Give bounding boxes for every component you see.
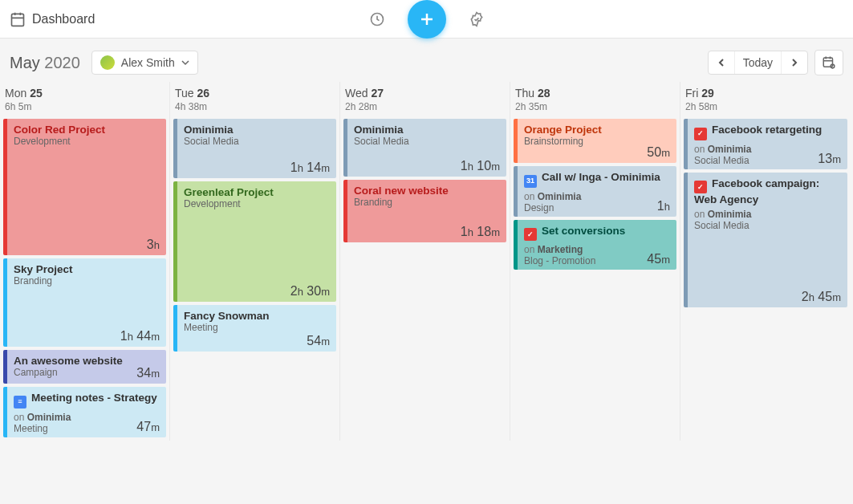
- day-name-label: Thu 28: [515, 87, 675, 100]
- time-entry-card[interactable]: Coral new website Branding 1h 18m: [343, 180, 506, 242]
- chevron-left-icon: [717, 58, 726, 67]
- header-title-group[interactable]: Dashboard: [10, 11, 95, 27]
- day-name-label: Mon 25: [5, 87, 165, 100]
- approve-button[interactable]: [462, 5, 491, 34]
- recent-button[interactable]: [363, 5, 392, 34]
- day-body: Ominimia Social Media 1h 10m Coral new w…: [340, 116, 510, 246]
- header-center-controls: [363, 0, 491, 39]
- card-duration: 13m: [818, 152, 841, 166]
- day-column: Wed 27 2h 28m Ominimia Social Media 1h 1…: [340, 82, 510, 441]
- card-duration: 1h 44m: [120, 329, 160, 343]
- app-icon: ✓: [694, 181, 707, 193]
- card-category: Design: [524, 202, 670, 213]
- day-header: Wed 27 2h 28m: [340, 82, 510, 116]
- day-header: Mon 25 6h 5m: [0, 82, 169, 116]
- calendar-settings-button[interactable]: [814, 50, 843, 75]
- next-week-button[interactable]: [782, 51, 807, 74]
- card-title: Color Red Project: [14, 124, 160, 136]
- time-entry-card[interactable]: Orange Project Brainstorming 50m: [514, 119, 676, 163]
- card-title: Fancy Snowman: [184, 310, 330, 322]
- month-year: 2020: [44, 54, 80, 71]
- app-icon: 31: [524, 175, 537, 188]
- card-subtitle: Meeting: [184, 322, 330, 333]
- day-total-label: 6h 5m: [5, 101, 165, 112]
- subheader: May 2020 Alex Smith Today: [0, 39, 853, 82]
- user-selector[interactable]: Alex Smith: [91, 51, 198, 75]
- avatar-icon: [100, 55, 115, 70]
- card-duration: 34m: [136, 366, 160, 380]
- badge-check-icon: [469, 11, 485, 27]
- card-project: on Ominimia: [694, 209, 841, 220]
- card-title: Coral new website: [354, 185, 500, 197]
- card-category: Social Media: [694, 220, 841, 231]
- card-title: ≡Meeting notes - Strategy: [14, 392, 160, 408]
- page-title: Dashboard: [32, 12, 95, 26]
- card-title: Greenleaf Project: [184, 186, 330, 198]
- time-entry-card[interactable]: ≡Meeting notes - Strategy on OminimiaMee…: [3, 387, 166, 437]
- card-subtitle: Social Media: [184, 136, 330, 147]
- card-title: ✓Facebook retargeting: [694, 124, 841, 140]
- day-total-label: 4h 38m: [175, 101, 335, 112]
- card-duration: 2h 30m: [290, 284, 330, 299]
- day-total-label: 2h 58m: [685, 101, 846, 112]
- month-label: May 2020: [10, 54, 80, 72]
- card-duration: 1h 18m: [461, 225, 500, 239]
- app-icon: ≡: [14, 396, 26, 408]
- today-button[interactable]: Today: [735, 51, 782, 74]
- card-duration: 1h: [657, 199, 670, 213]
- day-column: Mon 25 6h 5m Color Red Project Developme…: [0, 82, 170, 441]
- card-title: Sky Project: [14, 263, 160, 275]
- time-entry-card[interactable]: Sky Project Branding 1h 44m: [3, 258, 166, 347]
- day-total-label: 2h 28m: [345, 101, 505, 112]
- card-subtitle: Social Media: [354, 136, 500, 147]
- card-duration: 1h 10m: [461, 159, 500, 173]
- chevron-right-icon: [790, 58, 799, 67]
- day-column: Tue 26 4h 38m Ominimia Social Media 1h 1…: [170, 82, 340, 441]
- time-entry-card[interactable]: An awesome website Campaign 34m: [3, 350, 166, 384]
- svg-rect-0: [12, 14, 24, 26]
- app-icon: ✓: [524, 228, 537, 241]
- day-name-label: Wed 27: [345, 87, 505, 100]
- time-entry-card[interactable]: Fancy Snowman Meeting 54m: [173, 305, 336, 352]
- time-entry-card[interactable]: Ominimia Social Media 1h 10m: [343, 119, 506, 177]
- week-columns: Mon 25 6h 5m Color Red Project Developme…: [0, 82, 853, 441]
- card-title: Orange Project: [524, 124, 670, 136]
- plus-icon: [417, 10, 437, 29]
- card-title: An awesome website: [14, 355, 160, 367]
- time-entry-card[interactable]: Greenleaf Project Development 2h 30m: [173, 181, 336, 302]
- time-entry-card[interactable]: Ominimia Social Media 1h 14m: [173, 119, 336, 178]
- app-icon: ✓: [694, 128, 707, 140]
- card-duration: 3h: [147, 238, 160, 252]
- calendar-nav: Today: [708, 50, 843, 75]
- day-body: Color Red Project Development 3h Sky Pro…: [0, 116, 169, 441]
- time-entry-card[interactable]: Color Red Project Development 3h: [3, 119, 166, 255]
- dashboard-icon: [10, 11, 26, 27]
- day-header: Tue 26 4h 38m: [170, 82, 339, 116]
- day-body: Orange Project Brainstorming 50m 31Call …: [510, 116, 680, 273]
- card-title: Ominimia: [354, 124, 500, 136]
- time-entry-card[interactable]: ✓Facebook retargeting on OminimiaSocial …: [684, 119, 847, 169]
- card-subtitle: Branding: [354, 197, 500, 208]
- card-duration: 1h 14m: [290, 161, 330, 175]
- prev-week-button[interactable]: [709, 51, 735, 74]
- day-name-label: Fri 29: [685, 87, 846, 100]
- time-entry-card[interactable]: ✓Facebook campaign: Web Agency on Ominim…: [684, 173, 847, 307]
- card-title: Ominimia: [184, 124, 330, 136]
- add-button[interactable]: [408, 0, 446, 39]
- day-column: Fri 29 2h 58m ✓Facebook retargeting on O…: [680, 82, 851, 441]
- card-subtitle: Branding: [14, 275, 160, 287]
- time-entry-card[interactable]: 31Call w/ Inga - Ominimia on OminimiaDes…: [514, 166, 676, 217]
- month-name: May: [10, 54, 40, 71]
- time-entry-card[interactable]: ✓Set conversions on MarketingBlog - Prom…: [514, 220, 676, 270]
- card-duration: 45m: [647, 252, 670, 266]
- calendar-cog-icon: [822, 55, 836, 70]
- day-total-label: 2h 35m: [515, 101, 675, 112]
- card-title: ✓Facebook campaign: Web Agency: [694, 177, 841, 206]
- day-name-label: Tue 26: [175, 87, 335, 100]
- card-title: ✓Set conversions: [524, 225, 670, 242]
- clock-icon: [369, 11, 385, 27]
- day-body: Ominimia Social Media 1h 14m Greenleaf P…: [170, 116, 339, 355]
- caret-down-icon: [181, 59, 189, 67]
- day-column: Thu 28 2h 35m Orange Project Brainstormi…: [510, 82, 680, 441]
- day-body: ✓Facebook retargeting on OminimiaSocial …: [680, 116, 851, 311]
